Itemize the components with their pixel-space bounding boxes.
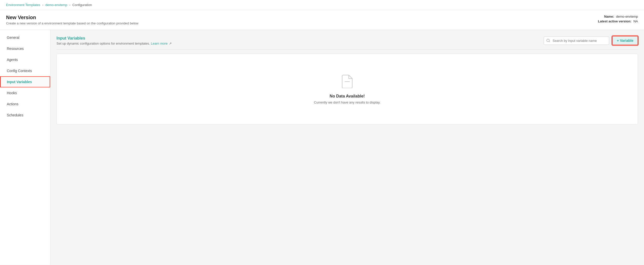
page-description: Create a new version of a environment te… [6,21,138,25]
content-area: Input Variables Set up dynamic configura… [50,30,644,265]
external-link-icon: ↗ [169,42,172,45]
add-variable-button[interactable]: + Variable [612,36,638,45]
search-input[interactable] [544,37,609,45]
name-label: Name: [604,15,614,18]
search-wrapper [544,37,609,45]
content-header-left: Input Variables Set up dynamic configura… [56,36,172,45]
sidebar-item-resources[interactable]: Resources [0,43,50,54]
breadcrumb: Environment Templates › demo-envtemp › C… [0,0,644,10]
section-title: Input Variables [56,36,172,41]
sidebar-item-agents[interactable]: Agents [0,54,50,65]
section-divider [56,49,638,50]
content-header-right: + Variable [544,36,638,45]
header-right: Name: demo-envtemp Latest active version… [598,15,638,24]
sidebar-item-schedules[interactable]: Schedules [0,110,50,121]
sidebar-item-actions[interactable]: Actions [0,98,50,110]
breadcrumb-current: Configuration [72,3,92,7]
breadcrumb-child[interactable]: demo-envtemp [45,3,67,7]
sidebar-item-config-contexts[interactable]: Config Contexts [0,65,50,76]
header-left: New Version Create a new version of a en… [6,15,138,25]
content-header: Input Variables Set up dynamic configura… [56,36,638,45]
sidebar: General Resources Agents Config Contexts… [0,30,50,265]
sidebar-item-general[interactable]: General [0,32,50,43]
empty-title: No Data Available! [330,94,365,98]
sidebar-item-input-variables[interactable]: Input Variables [0,76,50,87]
version-label: Latest active version: [598,19,631,23]
section-description: Set up dynamic configuration options for… [56,42,172,45]
breadcrumb-sep-1: › [42,3,43,7]
version-value: NA [633,19,638,23]
empty-doc-icon [341,74,353,89]
name-meta: Name: demo-envtemp [598,15,638,18]
page-title: New Version [6,15,138,20]
breadcrumb-sep-2: › [69,3,70,7]
page-header: New Version Create a new version of a en… [0,10,644,30]
breadcrumb-root[interactable]: Environment Templates [6,3,40,7]
main-layout: General Resources Agents Config Contexts… [0,30,644,265]
version-meta: Latest active version: NA [598,19,638,23]
empty-subtitle: Currently we don't have any results to d… [314,101,380,104]
learn-more-link[interactable]: Learn more [151,42,167,45]
sidebar-item-hooks[interactable]: Hooks [0,87,50,98]
add-variable-label: + Variable [617,39,633,43]
empty-card: No Data Available! Currently we don't ha… [56,54,638,125]
name-value: demo-envtemp [616,15,638,18]
